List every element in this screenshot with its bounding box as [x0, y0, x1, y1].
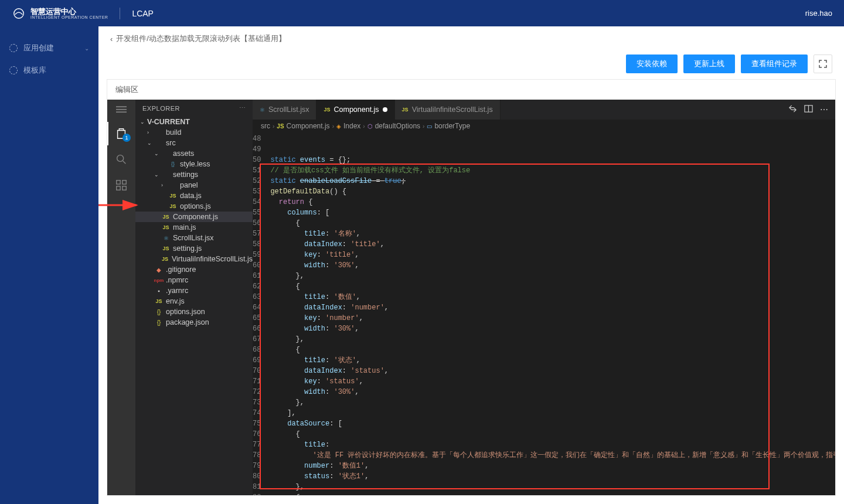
sidebar-item-app-create[interactable]: 应用创建 ⌄ [0, 37, 98, 59]
toolbar: 安装依赖 更新上线 查看组件记录 [98, 49, 844, 79]
chevron-right-icon: › [273, 123, 274, 130]
tree-item[interactable]: ◆.gitignore [135, 264, 253, 275]
tree-item[interactable]: {}options.json [135, 307, 253, 317]
svg-rect-10 [122, 181, 126, 184]
extensions-activity[interactable] [107, 173, 135, 197]
tree-item[interactable]: ▪.yarnrc [135, 285, 253, 296]
svg-rect-3 [116, 109, 127, 110]
tree-item[interactable]: {}style.less [135, 159, 253, 169]
editor-label: 编辑区 [107, 80, 835, 100]
chevron-down-icon: ⌄ [84, 45, 89, 52]
symbol-icon: ◈ [336, 123, 341, 130]
breadcrumb-bar: ‹ 开发组件/动态数据加载无限滚动列表【基础通用】 [98, 26, 844, 49]
sidebar-item-templates[interactable]: 模板库 [0, 59, 98, 81]
dashed-circle-icon [9, 44, 18, 52]
vscode-editor: 1 EXPLORER ⋯ [107, 100, 835, 495]
header-left: 智慧运营中心 INTELLIGENT OPERATION CENTER LCAP [12, 6, 154, 21]
tree-item[interactable]: JSenv.js [135, 296, 253, 307]
breadcrumb-path: 开发组件/动态数据加载无限滚动列表【基础通用】 [116, 33, 286, 44]
editor-tab[interactable]: JSVirtualiInfiniteScrollList.js [395, 100, 501, 120]
symbol-icon: ▭ [427, 123, 432, 130]
crumb: defaultOptions [375, 122, 420, 130]
tree-item[interactable]: ⚛ScrollList.jsx [135, 233, 253, 243]
crumb: Index [343, 122, 360, 130]
header-user[interactable]: rise.hao [805, 9, 832, 18]
tree-item[interactable]: ›panel [135, 180, 253, 190]
explorer-header: EXPLORER ⋯ [135, 100, 253, 117]
svg-rect-7 [117, 181, 120, 184]
tree-item[interactable]: npm.npmrc [135, 275, 253, 285]
header-app-name: LCAP [132, 9, 154, 18]
tree-root[interactable]: ⌄ V-CURRENT [135, 117, 253, 127]
tree-item[interactable]: JSoptions.js [135, 201, 253, 212]
left-sidebar: 应用创建 ⌄ 模板库 [0, 26, 98, 504]
editor-tab[interactable]: JSComponent.js [316, 100, 394, 120]
tab-actions: ⋯ [781, 100, 835, 120]
fullscreen-button[interactable] [814, 55, 832, 73]
chevron-right-icon: › [423, 123, 424, 130]
tree-item[interactable]: JSsetting.js [135, 243, 253, 254]
search-activity[interactable] [107, 148, 135, 171]
chevron-down-icon: ⌄ [140, 119, 147, 125]
editor-tab[interactable]: ⚛ScrollList.jsx [253, 100, 316, 120]
file-tree: ⌄ V-CURRENT ›build⌄src⌄assets{}style.les… [135, 117, 253, 495]
more-icon[interactable]: ⋯ [239, 104, 246, 112]
logo-icon [12, 6, 26, 21]
view-history-button[interactable]: 查看组件记录 [741, 55, 808, 73]
crumb: Component.js [287, 122, 330, 130]
tree-item[interactable]: JSVirtualiInfiniteScrollList.js [135, 254, 253, 264]
explorer-panel: EXPLORER ⋯ ⌄ V-CURRENT ›build⌄src⌄assets… [135, 100, 253, 495]
svg-point-5 [117, 155, 124, 162]
line-gutter: 4849505152535455565758596061626364656667… [253, 132, 268, 495]
publish-button[interactable]: 更新上线 [683, 55, 735, 73]
tree-item[interactable]: JSComponent.js [135, 212, 253, 222]
logo-subtitle: INTELLIGENT OPERATION CENTER [30, 15, 108, 19]
activity-badge: 1 [122, 134, 131, 142]
editor-area: ⚛ScrollList.jsxJSComponent.jsJSVirtualiI… [253, 100, 835, 495]
code-area[interactable]: 4849505152535455565758596061626364656667… [253, 132, 835, 495]
sidebar-item-label: 模板库 [23, 65, 46, 76]
tree-item[interactable]: ›build [135, 127, 253, 138]
tree-item[interactable]: JSmain.js [135, 222, 253, 233]
compare-icon[interactable] [788, 104, 797, 115]
install-deps-button[interactable]: 安装依赖 [626, 55, 678, 73]
logo-title: 智慧运营中心 [30, 8, 108, 15]
code-content[interactable]: static events = {};// 是否加载css文件 如当前组件没有样… [268, 132, 835, 495]
svg-rect-2 [116, 106, 127, 107]
more-icon[interactable]: ⋯ [820, 105, 828, 114]
chevron-right-icon: › [332, 123, 334, 130]
tree-label: V-CURRENT [147, 118, 190, 126]
explorer-title: EXPLORER [142, 105, 180, 112]
tree-item[interactable]: ⌄assets [135, 148, 253, 159]
svg-rect-8 [117, 186, 120, 190]
back-button[interactable]: ‹ [110, 35, 113, 43]
svg-line-6 [123, 161, 126, 164]
crumb: src [261, 122, 270, 130]
symbol-icon: ⬡ [367, 123, 373, 130]
tree-item[interactable]: ⌄src [135, 138, 253, 148]
activity-bar: 1 [107, 100, 135, 495]
chevron-right-icon: › [363, 123, 365, 130]
tree-item[interactable]: {}package.json [135, 317, 253, 328]
editor-tabs: ⚛ScrollList.jsxJSComponent.jsJSVirtualiI… [253, 100, 835, 120]
menu-icon[interactable] [116, 104, 127, 117]
dashed-circle-icon [9, 66, 18, 74]
divider [120, 8, 120, 19]
split-icon[interactable] [804, 104, 813, 115]
top-header: 智慧运营中心 INTELLIGENT OPERATION CENTER LCAP… [0, 0, 844, 26]
svg-point-0 [14, 8, 24, 18]
tree-item[interactable]: ⌄settings [135, 169, 253, 180]
sidebar-item-label: 应用创建 [23, 43, 54, 53]
logo-text: 智慧运营中心 INTELLIGENT OPERATION CENTER [30, 8, 108, 19]
svg-rect-9 [122, 186, 126, 190]
explorer-activity[interactable]: 1 [107, 122, 135, 145]
breadcrumb-code[interactable]: src › JS Component.js › ◈ Index › ⬡ defa… [253, 120, 835, 132]
tree-item[interactable]: JSdata.js [135, 190, 253, 201]
svg-rect-4 [116, 111, 127, 113]
js-icon: JS [277, 123, 284, 130]
crumb: borderType [434, 122, 470, 130]
